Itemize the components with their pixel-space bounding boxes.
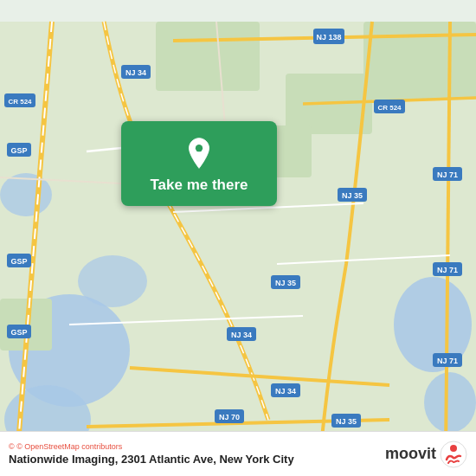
svg-text:GSP: GSP	[10, 257, 27, 266]
svg-point-4	[424, 372, 476, 433]
svg-text:CR 524: CR 524	[377, 104, 402, 112]
location-pin-icon	[183, 137, 215, 170]
svg-text:GSP: GSP	[10, 328, 27, 337]
svg-text:NJ 34: NJ 34	[231, 331, 252, 339]
take-me-there-label: Take me there	[150, 177, 248, 194]
moovit-text: moovit	[385, 445, 436, 463]
svg-text:NJ 34: NJ 34	[125, 68, 146, 77]
svg-point-44	[196, 145, 203, 151]
svg-text:NJ 71: NJ 71	[437, 266, 458, 274]
location-name: Nationwide Imaging, 2301 Atlantic Ave, N…	[9, 453, 294, 466]
take-me-there-button[interactable]: Take me there	[121, 121, 277, 206]
svg-text:NJ 70: NJ 70	[219, 413, 240, 421]
svg-point-6	[78, 255, 147, 307]
svg-text:NJ 35: NJ 35	[275, 279, 296, 287]
copyright-icon: ©	[9, 442, 15, 451]
bottom-left-info: © © OpenStreetMap contributors Nationwid…	[9, 442, 294, 466]
map-background: NJ 138 CR 524 CR 524 GSP NJ 34 NJ 35 NJ …	[0, 0, 476, 476]
moovit-icon	[440, 441, 467, 468]
svg-text:NJ 71: NJ 71	[437, 357, 458, 365]
svg-text:GSP: GSP	[10, 146, 27, 155]
svg-text:NJ 34: NJ 34	[275, 387, 296, 396]
moovit-logo: moovit	[385, 441, 467, 468]
bottom-bar: © © OpenStreetMap contributors Nationwid…	[0, 431, 476, 476]
svg-point-46	[450, 445, 457, 452]
svg-text:CR 524: CR 524	[8, 98, 32, 106]
svg-text:NJ 138: NJ 138	[316, 33, 341, 42]
svg-text:NJ 35: NJ 35	[336, 417, 357, 426]
svg-text:NJ 35: NJ 35	[342, 191, 363, 200]
svg-text:NJ 71: NJ 71	[437, 170, 458, 179]
map-container: NJ 138 CR 524 CR 524 GSP NJ 34 NJ 35 NJ …	[0, 0, 476, 476]
osm-credit: © © OpenStreetMap contributors	[9, 442, 294, 451]
svg-rect-7	[156, 22, 260, 91]
